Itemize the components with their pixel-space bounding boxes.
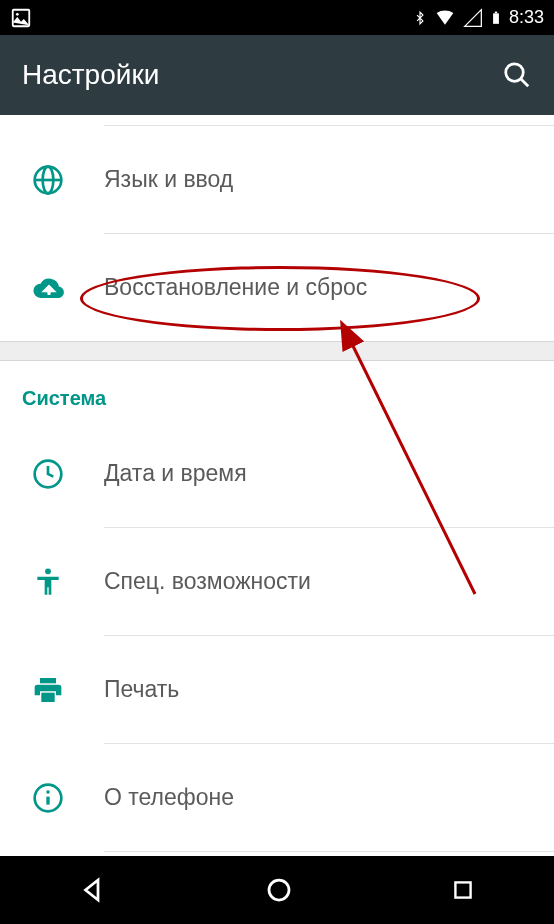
settings-item-label: Печать: [104, 676, 532, 703]
status-time: 8:33: [509, 7, 544, 28]
bluetooth-icon: [413, 7, 427, 29]
search-button[interactable]: [502, 60, 532, 90]
settings-item-label: Спец. возможности: [104, 568, 532, 595]
settings-item-backup-reset[interactable]: Восстановление и сброс: [0, 234, 554, 341]
settings-item-print[interactable]: Печать: [0, 636, 554, 743]
clock-icon: [32, 458, 104, 490]
svg-rect-17: [455, 882, 470, 897]
svg-point-4: [506, 64, 524, 82]
nav-recent-button[interactable]: [450, 877, 476, 903]
page-title: Настройки: [22, 59, 502, 91]
wifi-icon: [433, 8, 457, 28]
svg-rect-2: [493, 13, 499, 24]
svg-rect-3: [495, 11, 497, 13]
svg-point-10: [45, 568, 51, 574]
section-header-system: Система: [0, 361, 554, 420]
accessibility-icon: [32, 566, 104, 598]
settings-item-label: Дата и время: [104, 460, 532, 487]
backup-icon: [32, 271, 104, 305]
notification-icon: [10, 7, 32, 29]
settings-item-language[interactable]: Язык и ввод: [0, 126, 554, 233]
svg-point-13: [46, 790, 49, 793]
globe-icon: [32, 164, 104, 196]
navigation-bar: [0, 856, 554, 924]
settings-list: Язык и ввод Восстановление и сброс Систе…: [0, 125, 554, 852]
print-icon: [32, 674, 104, 706]
nav-back-button[interactable]: [78, 875, 108, 905]
svg-line-5: [521, 79, 529, 87]
svg-point-1: [16, 12, 19, 15]
status-bar: 8:33: [0, 0, 554, 35]
battery-icon: [489, 7, 503, 29]
cell-signal-icon: [463, 8, 483, 28]
app-bar: Настройки: [0, 35, 554, 115]
info-icon: [32, 782, 104, 814]
settings-item-date-time[interactable]: Дата и время: [0, 420, 554, 527]
settings-item-about-phone[interactable]: О телефоне: [0, 744, 554, 851]
settings-item-label: Язык и ввод: [104, 166, 532, 193]
section-divider: [0, 341, 554, 361]
nav-home-button[interactable]: [264, 875, 294, 905]
svg-point-16: [269, 880, 289, 900]
settings-item-accessibility[interactable]: Спец. возможности: [0, 528, 554, 635]
settings-item-label: Восстановление и сброс: [104, 274, 532, 301]
settings-item-label: О телефоне: [104, 784, 532, 811]
